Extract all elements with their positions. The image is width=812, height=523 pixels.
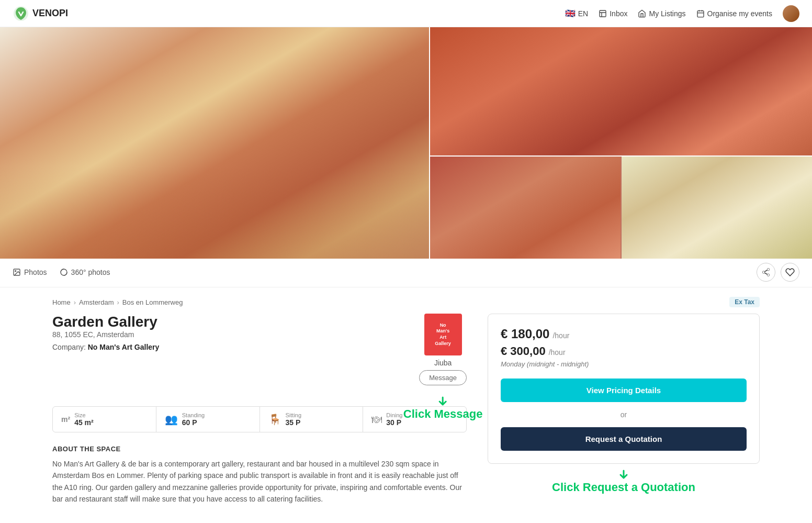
price-alt: € 300,00 /hour <box>501 344 747 358</box>
photos-360-button[interactable]: 360° photos <box>60 268 110 276</box>
navbar-right: 🇬🇧 EN Inbox My Listings Organise my even… <box>565 5 799 22</box>
spec-standing-value: 60 P <box>182 418 205 427</box>
click-request-wrapper: Click Request a Quotation <box>488 464 760 494</box>
message-button[interactable]: Message <box>419 370 467 385</box>
spec-size-label: Size <box>74 412 94 418</box>
lang-selector[interactable]: 🇬🇧 EN <box>565 8 588 18</box>
spec-size-value: 45 m² <box>74 418 94 427</box>
host-card: No Man's Art Gallery Jiuba Message <box>419 314 467 385</box>
breadcrumb-sep-1: › <box>74 298 76 306</box>
about-section: ABOUT THE SPACE No Man's Art Gallery & d… <box>52 445 467 505</box>
spec-dining: 🍽 Dining 30 P <box>363 407 466 432</box>
price-note: Monday (midnight - midnight) <box>501 360 747 368</box>
heart-icon <box>785 268 795 277</box>
photo-bottom-left-right[interactable] <box>430 157 812 259</box>
venue-company: Company: No Man's Art Gallery <box>52 343 159 351</box>
breadcrumb-city[interactable]: Amsterdam <box>79 298 114 306</box>
breadcrumb-home[interactable]: Home <box>52 298 71 306</box>
ex-tax-badge: Ex Tax <box>729 297 760 307</box>
svg-line-12 <box>764 273 767 274</box>
click-request-label: Click Request a Quotation <box>552 481 695 494</box>
breadcrumb-sep-2: › <box>117 298 119 306</box>
organise-events-link[interactable]: Organise my events <box>696 9 773 18</box>
venopi-logo-icon <box>13 5 29 22</box>
svg-point-10 <box>762 271 765 274</box>
photo-top-right[interactable] <box>430 27 812 155</box>
photos-button[interactable]: Photos <box>13 268 47 276</box>
about-title: ABOUT THE SPACE <box>52 445 467 453</box>
venue-header: Garden Gallery 88, 1055 EC, Amsterdam Co… <box>52 314 467 385</box>
price-row-2: € 300,00 /hour <box>501 344 747 358</box>
calendar-icon <box>696 9 705 18</box>
view-pricing-button[interactable]: View Pricing Details <box>501 379 747 402</box>
pricing-right: € 180,00 /hour € 300,00 /hour Monday (mi… <box>488 314 760 505</box>
page-content: Home › Amsterdam › Bos en Lommerweg Ex T… <box>40 287 772 523</box>
photo-grid <box>0 27 812 258</box>
home-icon <box>638 9 646 18</box>
breadcrumb-area: Bos en Lommerweg <box>122 298 183 306</box>
spec-standing-label: Standing <box>182 412 205 418</box>
price-main: € 180,00 /hour <box>501 327 747 341</box>
spec-dining-label: Dining <box>386 412 402 418</box>
spec-standing-values: Standing 60 P <box>182 412 205 427</box>
about-text: No Man's Art Gallery & de bar is a conte… <box>52 458 467 505</box>
inbox-link[interactable]: Inbox <box>599 9 627 18</box>
share-button[interactable] <box>757 263 775 282</box>
price-row-1: € 180,00 /hour <box>501 327 747 341</box>
photo-main[interactable] <box>0 27 429 259</box>
photo-bar-left: Photos 360° photos <box>13 268 110 276</box>
photos-360-icon <box>60 268 68 276</box>
spec-size: m² Size 45 m² <box>53 407 156 432</box>
host-card-wrapper: No Man's Art Gallery Jiuba Message Click… <box>419 314 467 385</box>
spec-standing: 👥 Standing 60 P <box>156 407 260 432</box>
photos-icon <box>13 268 21 276</box>
size-icon: m² <box>61 415 70 424</box>
breadcrumb: Home › Amsterdam › Bos en Lommerweg Ex T… <box>52 287 760 314</box>
venue-title: Garden Gallery <box>52 314 159 330</box>
svg-rect-2 <box>697 10 704 17</box>
navbar: VENOPI 🇬🇧 EN Inbox My Listings Organise … <box>0 0 812 27</box>
spec-sitting: 🪑 Sitting 35 P <box>260 407 364 432</box>
specs-bar: m² Size 45 m² 👥 Standing 60 P 🪑 <box>52 406 467 432</box>
logo-text: VENOPI <box>32 8 68 19</box>
request-quotation-button[interactable]: Request a Quotation <box>501 427 747 451</box>
svg-point-9 <box>767 269 770 271</box>
favorite-button[interactable] <box>781 263 799 282</box>
spec-sitting-value: 35 P <box>286 418 302 427</box>
inbox-icon <box>599 9 607 18</box>
logo[interactable]: VENOPI <box>13 5 68 22</box>
user-avatar[interactable] <box>783 5 799 22</box>
venue-layout: Garden Gallery 88, 1055 EC, Amsterdam Co… <box>52 314 760 523</box>
svg-point-7 <box>15 271 16 272</box>
spec-sitting-values: Sitting 35 P <box>286 412 302 427</box>
svg-rect-1 <box>600 10 606 17</box>
venue-address: 88, 1055 EC, Amsterdam <box>52 330 159 339</box>
dining-icon: 🍽 <box>371 414 382 426</box>
or-divider: or <box>501 410 747 419</box>
photo-bar-right <box>757 263 799 282</box>
pricing-card: € 180,00 /hour € 300,00 /hour Monday (mi… <box>488 314 760 464</box>
photo-bar: Photos 360° photos <box>0 258 812 287</box>
venue-left: Garden Gallery 88, 1055 EC, Amsterdam Co… <box>52 314 467 505</box>
spec-size-values: Size 45 m² <box>74 412 94 427</box>
standing-icon: 👥 <box>165 413 178 426</box>
host-name: Jiuba <box>434 359 452 367</box>
svg-line-13 <box>764 270 767 272</box>
click-arrow-message <box>437 395 449 407</box>
flag-icon: 🇬🇧 <box>565 8 576 18</box>
spec-dining-values: Dining 30 P <box>386 412 402 427</box>
share-icon <box>761 268 771 277</box>
my-listings-link[interactable]: My Listings <box>638 9 685 18</box>
sitting-icon: 🪑 <box>268 413 281 426</box>
click-arrow-request <box>617 468 630 481</box>
host-badge: No Man's Art Gallery <box>424 314 462 355</box>
svg-point-11 <box>767 274 770 276</box>
spec-sitting-label: Sitting <box>286 412 302 418</box>
spec-dining-value: 30 P <box>386 418 402 427</box>
venue-title-block: Garden Gallery 88, 1055 EC, Amsterdam Co… <box>52 314 159 360</box>
